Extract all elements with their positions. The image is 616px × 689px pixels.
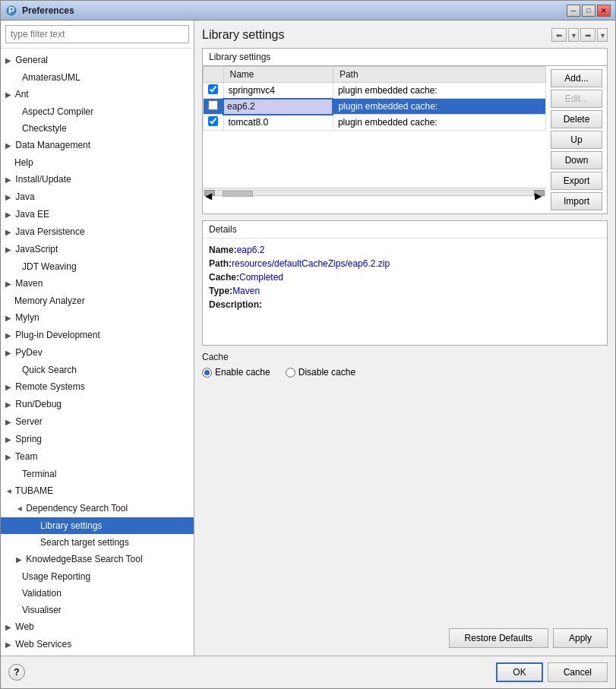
scrollbar-thumb[interactable] — [223, 191, 253, 197]
back-dropdown-icon[interactable]: ▾ — [568, 28, 579, 42]
export-button[interactable]: Export — [551, 172, 602, 190]
back-icon[interactable]: ⬅ — [551, 28, 567, 42]
tree-item-spring[interactable]: ▶ Spring — [1, 431, 194, 448]
search-input[interactable] — [5, 25, 189, 43]
arrow-icon: ▶ — [5, 173, 13, 187]
close-button[interactable]: ✕ — [597, 5, 611, 17]
row-checkbox[interactable] — [208, 100, 218, 110]
down-button[interactable]: Down — [551, 151, 602, 169]
tree-item-javapersistence[interactable]: ▶ Java Persistence — [1, 223, 194, 241]
forward-dropdown-icon[interactable]: ▾ — [597, 28, 608, 42]
cancel-button[interactable]: Cancel — [548, 662, 608, 682]
tree-item-depsearchtool[interactable]: ▼ Dependency Search Tool — [1, 500, 194, 517]
tree-item-javascript[interactable]: ▶ JavaScript — [1, 241, 194, 258]
tree-item-java[interactable]: ▶ Java — [1, 188, 194, 206]
enable-cache-radio[interactable] — [202, 368, 212, 378]
tree-item-searchtarget[interactable]: Search target settings — [1, 534, 194, 551]
path-label: Path: — [209, 258, 232, 269]
details-path-row: Path:resources/defaultCacheZips/eap6.2.z… — [209, 257, 601, 270]
table-row[interactable]: eap6.2 plugin embedded cache: — [204, 99, 546, 115]
arrow-icon: ▶ — [5, 450, 13, 464]
row-check[interactable] — [204, 115, 224, 131]
title-bar: P Preferences ─ □ ✕ — [1, 1, 615, 21]
enable-cache-label: Enable cache — [215, 367, 270, 378]
tree-item-usagereporting[interactable]: Usage Reporting — [1, 568, 194, 585]
window-icon: P — [5, 5, 17, 17]
library-table: Name Path springmvc4 plugin embedded cac… — [203, 66, 546, 131]
tree-item-maven[interactable]: ▶ Maven — [1, 275, 194, 292]
import-button[interactable]: Import — [551, 192, 602, 210]
tree-item-datamgmt[interactable]: ▶ Data Management — [1, 137, 194, 154]
table-row[interactable]: springmvc4 plugin embedded cache: — [204, 83, 546, 99]
lib-section-title: Library settings — [203, 49, 607, 66]
scrollbar-track — [215, 190, 534, 196]
tree-item-mylyn[interactable]: ▶ Mylyn — [1, 309, 194, 327]
table-row[interactable]: tomcat8.0 plugin embedded cache: — [204, 115, 546, 131]
tree-item-tubame[interactable]: ▼ TUBAME — [1, 482, 194, 500]
col-path-header: Path — [333, 67, 545, 83]
disable-cache-option[interactable]: Disable cache — [286, 367, 355, 378]
help-button[interactable]: ? — [8, 664, 25, 681]
bottom-bar: ? OK Cancel — [1, 656, 615, 688]
tree-item-libsettings[interactable]: Library settings — [1, 517, 194, 534]
tree-item-terminal[interactable]: Terminal — [1, 466, 194, 482]
tree-item-help[interactable]: Help — [1, 154, 194, 171]
page-title: Library settings — [202, 28, 285, 42]
lib-table-area: Name Path springmvc4 plugin embedded cac… — [203, 66, 546, 213]
tree-item-aspectj[interactable]: AspectJ Compiler — [1, 103, 194, 120]
tree-item-installupdate[interactable]: ▶ Install/Update — [1, 171, 194, 188]
arrow-icon: ▶ — [5, 381, 13, 394]
scrollbar-left-arrow[interactable]: ◀ — [204, 190, 215, 196]
tree-item-jdtweaving[interactable]: JDT Weaving — [1, 258, 194, 275]
disable-cache-radio[interactable] — [286, 368, 295, 378]
maximize-button[interactable]: □ — [582, 5, 595, 17]
tree-item-pydev[interactable]: ▶ PyDev — [1, 344, 194, 362]
window-title: Preferences — [22, 5, 567, 16]
row-check[interactable] — [204, 99, 224, 115]
tree-item-server[interactable]: ▶ Server — [1, 413, 194, 431]
tree-item-remotesystems[interactable]: ▶ Remote Systems — [1, 378, 194, 396]
add-button[interactable]: Add... — [551, 69, 602, 87]
edit-button[interactable]: Edit... — [551, 90, 602, 108]
tree-item-validation[interactable]: Validation — [1, 585, 194, 602]
forward-icon[interactable]: ➡ — [580, 28, 595, 42]
cache-title: Cache — [202, 352, 608, 362]
arrow-icon: ▶ — [5, 139, 13, 153]
tree-item-general[interactable]: ▶ General — [1, 52, 194, 69]
arrow-icon: ▶ — [5, 277, 13, 291]
ok-button[interactable]: OK — [496, 662, 542, 682]
arrow-icon: ▶ — [5, 191, 13, 204]
apply-button[interactable]: Apply — [553, 628, 608, 648]
enable-cache-option[interactable]: Enable cache — [202, 367, 270, 378]
arrow-open-icon: ▼ — [2, 488, 16, 495]
arrow-icon: ▶ — [5, 311, 13, 325]
tree-item-amaterasUML[interactable]: AmaterasUML — [1, 69, 194, 86]
delete-button[interactable]: Delete — [551, 110, 602, 128]
arrow-open-icon: ▼ — [13, 505, 27, 513]
horizontal-scrollbar[interactable]: ◀ ▶ — [203, 188, 546, 197]
tree-item-team[interactable]: ▶ Team — [1, 448, 194, 466]
tree-item-plugindev[interactable]: ▶ Plug-in Development — [1, 327, 194, 344]
scrollbar-right-arrow[interactable]: ▶ — [534, 190, 545, 196]
row-checkbox[interactable] — [208, 84, 218, 94]
restore-defaults-button[interactable]: Restore Defaults — [449, 628, 548, 648]
tree-item-memoryanalyzer[interactable]: Memory Analyzer — [1, 292, 194, 309]
tree-item-web[interactable]: ▶ Web — [1, 618, 194, 636]
tree-item-webservices[interactable]: ▶ Web Services — [1, 636, 194, 653]
arrow-icon: ▶ — [5, 54, 13, 68]
row-check[interactable] — [204, 83, 224, 99]
row-path: plugin embedded cache: — [333, 115, 545, 131]
row-checkbox[interactable] — [208, 116, 218, 126]
tree-item-javaee[interactable]: ▶ Java EE — [1, 206, 194, 223]
tree-item-quicksearch[interactable]: Quick Search — [1, 362, 194, 378]
up-button[interactable]: Up — [551, 131, 602, 149]
tree-item-checkstyle[interactable]: Checkstyle — [1, 120, 194, 137]
tree-item-visualiser[interactable]: Visualiser — [1, 602, 194, 618]
tree-item-knowledgebase[interactable]: ▶ KnowledgeBase Search Tool — [1, 551, 194, 568]
minimize-button[interactable]: ─ — [567, 5, 580, 17]
tree-item-ant[interactable]: ▶ Ant — [1, 86, 194, 103]
row-name: tomcat8.0 — [223, 115, 333, 131]
col-check — [204, 67, 224, 83]
title-bar-buttons: ─ □ ✕ — [567, 5, 611, 17]
tree-item-rundebug[interactable]: ▶ Run/Debug — [1, 396, 194, 413]
